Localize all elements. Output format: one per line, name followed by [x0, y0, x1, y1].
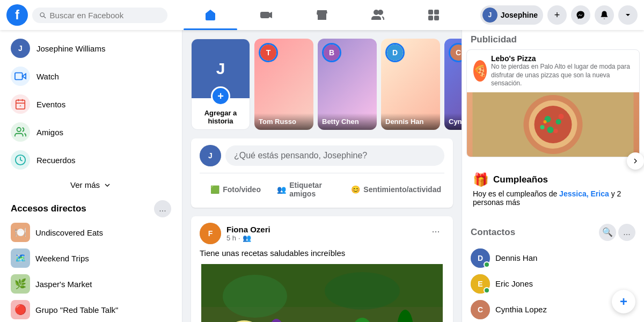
messenger-button[interactable] [571, 5, 590, 25]
amigos-icon-container [11, 122, 30, 142]
post-image-svg [191, 264, 453, 322]
ad-info: Lebo's Pizza No te pierdas en Palo Alto … [491, 54, 633, 88]
tag-friends-icon: 👥 [277, 185, 286, 194]
contact-avatar-2: C [471, 300, 490, 319]
svg-point-42 [535, 106, 572, 143]
see-more-button[interactable]: Ver más [9, 176, 173, 194]
amigos-label: Amigos [36, 128, 63, 137]
shortcut-label-1: Weekend Trips [35, 254, 89, 263]
notifications-button[interactable] [595, 5, 614, 25]
story-betty-chen[interactable]: B Betty Chen [318, 39, 377, 130]
add-story-label: Agregar a historia [192, 109, 250, 125]
whats-on-mind-input[interactable]: ¿Qué estás pensando, Josephine? [225, 145, 444, 166]
add-story-card[interactable]: J + Agregar a historia [191, 39, 250, 130]
eventos-icon-container [11, 94, 30, 114]
sidebar-item-user[interactable]: J Josephine Williams [4, 34, 178, 62]
ad-name: Lebo's Pizza [491, 54, 633, 63]
svg-point-48 [554, 129, 558, 133]
home-icon [204, 9, 217, 21]
shortcut-label-0: Undiscovered Eats [35, 228, 103, 237]
svg-point-38 [325, 272, 400, 310]
photo-video-button[interactable]: 🟩 Foto/video [200, 178, 272, 201]
sidebar-user-name: Josephine Williams [36, 44, 105, 53]
new-message-fab[interactable]: + [612, 290, 635, 313]
stories-row: J + Agregar a historia T Tom Russo B [191, 39, 453, 130]
watch-icon [14, 70, 26, 82]
top-navigation: f J Josephine + [0, 0, 644, 30]
contact-eric-jones[interactable]: E Eric Jones [466, 271, 640, 297]
sidebar-item-watch[interactable]: Watch [4, 62, 178, 90]
story-name-2: Dennis Han [381, 113, 440, 130]
menu-nav-button[interactable] [407, 2, 460, 28]
facebook-logo[interactable]: f [6, 4, 28, 26]
photo-video-label: Foto/video [223, 185, 261, 194]
svg-point-37 [223, 275, 287, 318]
add-button[interactable]: + [547, 5, 567, 25]
sidebar-item-eventos[interactable]: Eventos [4, 90, 178, 118]
birthday-text-prefix: Hoy es el cumpleaños de [473, 189, 557, 198]
shortcut-jaspers-market[interactable]: 🌿 Jasper's Market [4, 271, 178, 297]
birthday-icon: 🎁 [473, 172, 489, 187]
feeling-activity-button[interactable]: 😊 Sentimiento/actividad [348, 178, 444, 201]
post-more-button-0[interactable]: ··· [427, 223, 444, 240]
sidebar-item-recuerdos[interactable]: Recuerdos [4, 146, 178, 174]
contact-name-0: Dennis Han [495, 253, 537, 262]
ad-section: Publicidad 🍕 Lebo's Pizza No te pierdas … [466, 34, 640, 157]
main-feed: J + Agregar a historia T Tom Russo B [182, 30, 462, 322]
ad-title: Publicidad [466, 34, 640, 45]
left-sidebar: J Josephine Williams Watch Eventos Amigo… [0, 30, 182, 322]
recuerdos-icon [14, 154, 26, 166]
contact-dennis-han[interactable]: D Dennis Han [466, 245, 640, 271]
contacts-more-button[interactable]: ... [618, 224, 635, 241]
tag-friends-button[interactable]: 👥 Etiquetar amigos [274, 178, 346, 201]
feed-post-0: F Fiona Ozeri 5 h · 👥 ··· Tiene unas rec… [191, 216, 453, 322]
watch-icon-container [11, 67, 30, 86]
svg-point-46 [540, 125, 545, 129]
post-author-avatar-0: F [200, 223, 221, 244]
shortcut-red-table-talk[interactable]: 🔴 Grupo "Red Table Talk" [4, 297, 178, 322]
contacts-search-button[interactable]: 🔍 [599, 224, 616, 241]
home-nav-button[interactable] [184, 2, 237, 28]
video-nav-button[interactable] [239, 2, 293, 28]
eventos-label: Eventos [36, 100, 65, 109]
birthday-section: 🎁 Cumpleaños Hoy es el cumpleaños de Jes… [466, 166, 640, 213]
story-dennis-han[interactable]: D Dennis Han [381, 39, 440, 130]
story-name-0: Tom Russo [254, 113, 313, 130]
shortcut-icon-1: 🗺️ [11, 248, 30, 268]
recuerdos-icon-container [11, 150, 30, 170]
story-name-1: Betty Chen [318, 113, 377, 130]
story-tom-russo[interactable]: T Tom Russo [254, 39, 313, 130]
chevron-down-icon [624, 11, 632, 19]
user-pill[interactable]: J Josephine [480, 5, 543, 25]
store-icon [316, 9, 328, 21]
search-bar[interactable] [32, 8, 167, 23]
shortcut-label-2: Jasper's Market [35, 280, 92, 289]
feeling-icon: 😊 [351, 185, 360, 194]
post-time-0: 5 h [226, 234, 236, 242]
groups-nav-button[interactable] [351, 2, 405, 28]
contact-online-0 [484, 261, 490, 268]
svg-point-3 [374, 10, 378, 14]
contacts-title: Contactos [471, 227, 515, 238]
sidebar-item-amigos[interactable]: Amigos [4, 118, 178, 146]
see-more-label: Ver más [70, 180, 100, 189]
story-cynthia-lopez[interactable]: C Cynthia Lopez [444, 39, 462, 130]
dropdown-button[interactable] [618, 5, 638, 25]
story-avatar-1: B [322, 43, 341, 62]
ad-description: No te pierdas en Palo Alto el lugar de m… [491, 63, 633, 88]
birthday-header: 🎁 Cumpleaños [473, 172, 633, 187]
user-name-label: Josephine [501, 11, 538, 19]
store-nav-button[interactable] [295, 2, 349, 28]
post-privacy-0: 👥 [243, 234, 251, 242]
story-avatar-0: T [259, 43, 278, 62]
birthday-names: Jessica, Erica [559, 189, 609, 198]
post-box-top: J ¿Qué estás pensando, Josephine? [200, 145, 444, 166]
shortcut-undiscovered-eats[interactable]: 🍽️ Undiscovered Eats [4, 219, 178, 245]
shortcuts-more-button[interactable]: ... [154, 200, 171, 217]
user-sidebar-avatar: J [11, 39, 30, 58]
shortcut-weekend-trips[interactable]: 🗺️ Weekend Trips [4, 245, 178, 271]
search-input[interactable] [50, 11, 161, 20]
add-story-image: J + [192, 39, 250, 98]
svg-point-49 [544, 120, 547, 123]
svg-point-44 [556, 119, 561, 125]
